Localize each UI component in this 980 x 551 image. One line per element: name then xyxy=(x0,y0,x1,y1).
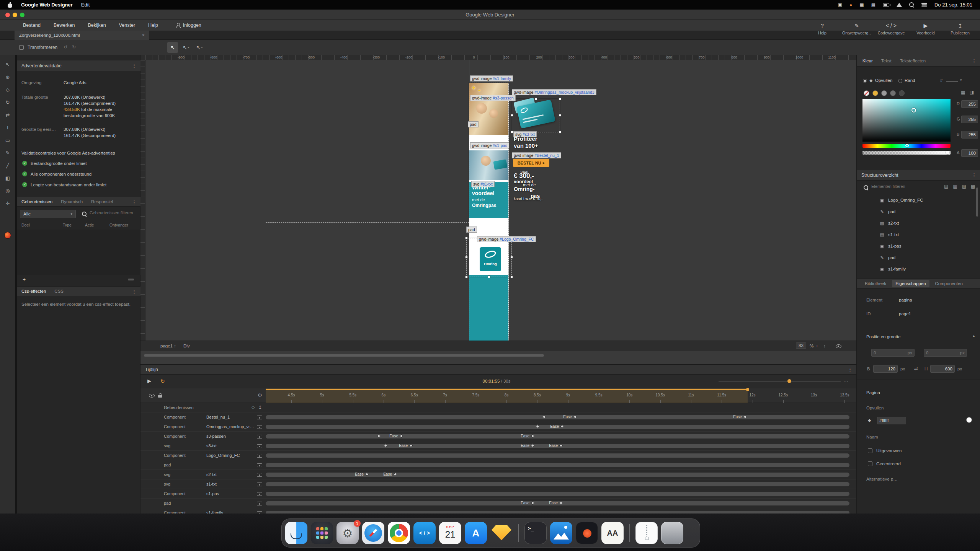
b-field[interactable]: 255 xyxy=(961,131,978,139)
winter-offer-text-block[interactable]: Winter- voordeel met de Omringpas xyxy=(469,182,508,218)
menubar-menu-edit[interactable]: Edit xyxy=(81,2,90,8)
zoom-preset-caret-icon[interactable]: ↕ xyxy=(823,344,826,348)
structure-item[interactable]: ▤s2-txt xyxy=(857,217,976,229)
timeline-row[interactable]: Gebeurtenissen◇↥ xyxy=(140,403,856,412)
link-dimensions-icon[interactable]: ⇄ xyxy=(914,366,918,371)
lock-column-icon[interactable] xyxy=(158,393,162,398)
y-field[interactable]: 0px xyxy=(924,349,967,357)
menu-bekijken[interactable]: Bekijken xyxy=(88,23,106,28)
timeline-row[interactable]: ComponentBestel_nu_1EaseEase xyxy=(140,412,856,422)
dock-dark-app[interactable] xyxy=(576,522,598,544)
action-design-view[interactable]: ✎Ontwerpweerg… xyxy=(842,22,871,40)
selection-handle[interactable] xyxy=(510,256,513,259)
selection-handle[interactable] xyxy=(559,98,561,100)
hand-tool[interactable]: ✛ xyxy=(0,197,15,210)
stroke-radio[interactable] xyxy=(898,79,902,83)
zoom-tool[interactable]: ◎ xyxy=(0,184,15,197)
timeline-track[interactable]: Ease xyxy=(266,422,853,432)
pass-photo-image[interactable] xyxy=(469,150,508,180)
panel-menu-icon[interactable]: ⋮ xyxy=(972,58,977,64)
gear-icon[interactable]: ⚙ xyxy=(258,392,262,398)
tab-gebeurtenissen[interactable]: Gebeurtenissen xyxy=(21,199,52,204)
omring-logo-image[interactable]: Omring xyxy=(480,247,501,271)
timeline-track[interactable] xyxy=(266,451,853,460)
selection-handle[interactable] xyxy=(534,98,537,100)
horizontal-scrollbar[interactable] xyxy=(144,354,544,357)
teal-footer-block[interactable] xyxy=(469,275,508,342)
keyframes-toggle-icon[interactable] xyxy=(257,473,262,477)
transform-checkbox[interactable] xyxy=(19,45,24,50)
element-label-chip[interactable]: gwd-image #s1-pas xyxy=(470,142,509,148)
dock-calendar[interactable]: SEP21 xyxy=(439,522,461,544)
add-event-button[interactable]: + xyxy=(21,276,28,283)
structure-item[interactable]: ▣s1-pas xyxy=(857,240,976,252)
element-label-chip[interactable]: gwd-image #Omringpas_mockup_vrijstaand3 xyxy=(512,89,596,95)
login-button[interactable]: Inloggen xyxy=(176,23,201,28)
color-well-icon[interactable] xyxy=(4,232,11,239)
publish-event-icon[interactable]: ↥ xyxy=(258,405,262,410)
timeline-row[interactable]: ComponentLogo_Omring_FC xyxy=(140,451,856,460)
dock-sketch[interactable] xyxy=(490,522,513,544)
timeline-zoom-handle[interactable] xyxy=(787,379,791,383)
hue-slider[interactable] xyxy=(862,144,951,148)
a-field[interactable]: 100 xyxy=(961,149,978,157)
keyframes-toggle-icon[interactable] xyxy=(257,444,262,448)
card-mockup-selection[interactable] xyxy=(512,99,560,132)
timeline-track[interactable]: EaseEase xyxy=(266,499,853,508)
add-keyframe-icon[interactable]: ◇ xyxy=(252,405,255,410)
checkbox-row[interactable]: Uitgevouwen xyxy=(868,448,902,453)
line-tool[interactable]: ╱ xyxy=(0,159,15,172)
timeline-row[interactable]: ComponentOmringpas_mockup_vr…Ease xyxy=(140,422,856,432)
chevron-down-icon[interactable]: ▾ xyxy=(960,78,962,82)
visibility-column-icon[interactable] xyxy=(149,394,155,398)
alpha-slider[interactable] xyxy=(862,151,951,155)
loop-button[interactable]: ↻ xyxy=(160,378,165,384)
wifi-icon[interactable] xyxy=(897,3,902,7)
menubar-app-name[interactable]: Google Web Designer xyxy=(21,2,73,8)
color-swatch[interactable] xyxy=(890,90,896,96)
tree-view-icon[interactable]: ▦ xyxy=(953,184,957,189)
dock-app-store[interactable]: A xyxy=(465,522,487,544)
bestel-nu-button[interactable]: BESTEL NU ▸ xyxy=(513,159,549,167)
action-help[interactable]: ?Help xyxy=(808,22,837,40)
keyframes-toggle-icon[interactable] xyxy=(257,425,262,429)
fill-radio[interactable] xyxy=(863,79,867,83)
tab-eigenschappen[interactable]: Eigenschappen xyxy=(892,280,929,287)
events-list[interactable] xyxy=(17,230,140,275)
tab-responsief[interactable]: Responsief xyxy=(91,199,113,204)
add-to-selection-button[interactable]: ↖+ xyxy=(181,42,191,53)
dock-terminal[interactable]: >_ xyxy=(524,522,547,544)
stroke-style-line[interactable] xyxy=(946,81,958,82)
keyframes-toggle-icon[interactable] xyxy=(257,416,262,419)
dock-safari[interactable] xyxy=(362,522,384,544)
timeline-row[interactable]: Components1-pas xyxy=(140,489,856,499)
reset-rotation-icon[interactable]: ↺ xyxy=(64,44,67,50)
selection-handle[interactable] xyxy=(510,276,513,278)
action-code-view[interactable]: < / >Codeweergave xyxy=(877,22,906,40)
tag-tool[interactable]: ◇ xyxy=(0,83,15,96)
dock-archive-utility[interactable] xyxy=(635,522,658,544)
timeline-row[interactable]: pad xyxy=(140,460,856,470)
selection-handle[interactable] xyxy=(559,131,561,134)
keyframes-toggle-icon[interactable] xyxy=(257,502,262,505)
structure-item[interactable]: ✎pad xyxy=(857,252,976,263)
logo-selection[interactable]: Omring xyxy=(466,238,512,277)
element-label-chip[interactable]: svg #s3-txt xyxy=(513,131,537,137)
selection-handle[interactable] xyxy=(465,276,468,278)
control-center-icon[interactable] xyxy=(921,3,927,7)
color-panel-icon[interactable]: ◨ xyxy=(970,90,974,95)
element-label-chip[interactable]: pad xyxy=(466,227,477,233)
selection-handle[interactable] xyxy=(511,114,513,117)
tab-dynamisch[interactable]: Dynamisch xyxy=(61,199,83,204)
palette-grid-icon[interactable]: ▦ xyxy=(961,90,965,95)
timeline-track[interactable] xyxy=(266,479,853,489)
timeline-track[interactable]: EaseEaseEase xyxy=(266,441,853,451)
element-label-chip[interactable]: gwd-image #s1-family xyxy=(470,75,513,82)
element-label-chip[interactable]: pad xyxy=(468,121,479,127)
battery-icon[interactable] xyxy=(883,3,889,7)
timeline-track[interactable]: EaseEase xyxy=(266,412,853,422)
ad-headline[interactable]: Profiteer van 100+ xyxy=(514,135,538,149)
screen-record-icon[interactable]: ● xyxy=(849,2,852,8)
page-fill-swatch[interactable] xyxy=(966,417,972,423)
zoom-out-button[interactable]: − xyxy=(789,344,792,348)
